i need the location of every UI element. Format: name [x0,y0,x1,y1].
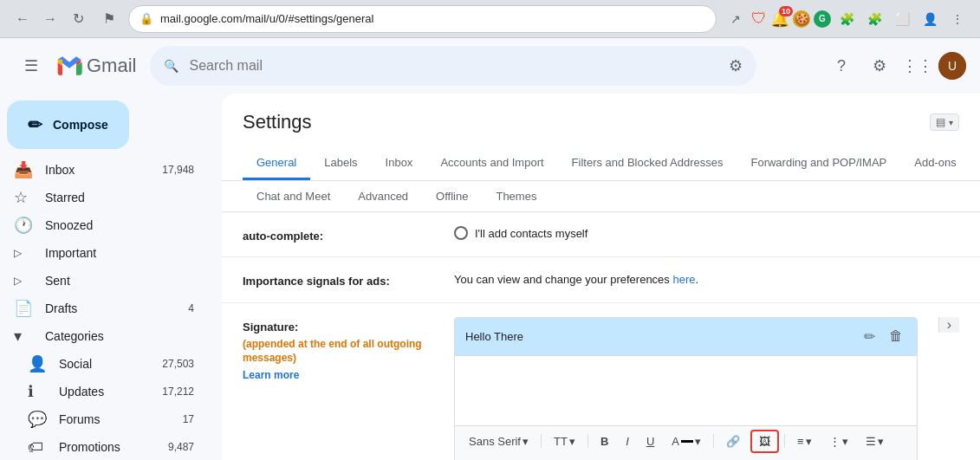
profiles-btn[interactable]: 👤 [918,7,942,31]
link-icon: 🔗 [726,435,740,448]
notification-count: 10 [779,6,793,16]
search-options-icon[interactable]: ⚙ [729,56,743,75]
radio-button[interactable] [454,226,468,240]
text-color-button[interactable]: A ▾ [665,431,708,451]
sidebar: ✏ Compose 📥 Inbox 17,948 ☆ Starred 🕐 Sno… [0,94,222,460]
avatar-initials: U [938,52,966,80]
sidebar-item-forums[interactable]: 💬 Forums 17 [0,405,208,433]
sidebar-item-starred[interactable]: ☆ Starred [0,184,208,211]
signature-item[interactable]: Hello There ✏ 🗑 [455,318,917,355]
settings-tabs: General Labels Inbox Accounts and Import… [243,147,959,180]
avatar[interactable]: U [938,52,966,80]
sidebar-item-inbox[interactable]: 📥 Inbox 17,948 [0,156,208,184]
sub-tab-chat-meet[interactable]: Chat and Meet [243,181,344,211]
brave-shield: 🛡 [751,10,767,28]
sidebar-item-label: Updates [59,385,162,398]
extensions-puzzle[interactable]: 🧩 [862,7,886,31]
align-icon: ≡ [797,435,804,448]
signature-content: Hello There ✏ 🗑 Sans [454,317,918,461]
font-family-dropdown[interactable]: Sans Serif ▾ [462,431,535,451]
tab-accounts[interactable]: Accounts and Import [426,147,557,180]
sidebar-item-label: Important [45,246,194,260]
sidebar-item-label: Inbox [45,163,162,177]
drafts-count: 4 [188,302,194,314]
ordered-list-button[interactable]: ⋮ ▾ [822,431,855,451]
promotions-count: 9,487 [168,441,194,453]
address-bar[interactable]: 🔒 mail.google.com/mail/u/0/#settings/gen… [128,5,717,33]
more-options-button[interactable]: ⋮ [462,457,487,461]
social-count: 27,503 [162,358,194,370]
settings-content: auto-complete: I'll add contacts myself … [222,212,980,460]
font-size-dropdown[interactable]: TT ▾ [547,431,582,451]
sub-tab-themes[interactable]: Themes [482,181,550,211]
tab-addons[interactable]: Add-ons [900,147,959,180]
reload-button[interactable]: ↻ [66,7,90,31]
updates-icon: ℹ [28,382,45,401]
sub-tab-offline[interactable]: Offline [422,181,482,211]
unordered-list-button[interactable]: ☰ ▾ [859,431,891,451]
share-button[interactable]: ↗ [724,7,748,31]
compose-button[interactable]: ✏ Compose [7,100,129,149]
sidebar-item-label: Forums [59,412,183,426]
autocomplete-option-text: I'll add contacts myself [475,227,587,240]
signature-edit-button[interactable]: ✏ [860,325,879,348]
help-button[interactable]: ? [824,49,859,83]
notifications-button[interactable]: 🔔 10 [770,10,789,29]
sidebar-item-categories[interactable]: ▾ Categories [0,322,208,350]
signature-item-name: Hello There [465,330,853,343]
drafts-icon: 📄 [14,299,31,318]
toolbar-sep-1 [541,434,542,448]
back-button[interactable]: ← [10,7,35,31]
categories-icon: ▾ [14,327,31,346]
sidebar-item-sent[interactable]: ▷ Sent [0,267,208,295]
bookmark-button[interactable]: ⚑ [97,7,121,31]
search-input[interactable] [189,58,718,74]
sidebar-item-updates[interactable]: ℹ Updates 17,212 [0,378,208,405]
signature-label: Signature: [243,321,433,334]
ordered-list-chevron: ▾ [842,435,848,448]
signature-learn-more-link[interactable]: Learn more [243,369,433,381]
sidebar-item-promotions[interactable]: 🏷 Promotions 9,487 [0,433,208,460]
sidebar-item-snoozed[interactable]: 🕐 Snoozed [0,211,208,239]
sidebar-item-drafts[interactable]: 📄 Drafts 4 [0,295,208,322]
italic-button[interactable]: I [619,431,636,451]
sidebar-item-social[interactable]: 👤 Social 27,503 [0,350,208,378]
url-text: mail.google.com/mail/u/0/#settings/gener… [160,12,373,25]
gmail-logo-text: Gmail [87,55,136,77]
tab-filters[interactable]: Filters and Blocked Addresses [558,147,737,180]
gmail-container: ☰ Gmail 🔍 ⚙ ? ⚙ ⋮⋮ U [0,38,980,460]
autocomplete-row: auto-complete: I'll add contacts myself [222,212,980,257]
signature-delete-button[interactable]: 🗑 [886,325,906,347]
bold-button[interactable]: B [594,431,615,451]
sidebar-item-important[interactable]: ▷ Important [0,239,208,267]
align-button[interactable]: ≡ ▾ [790,431,819,451]
signature-toolbar: Sans Serif ▾ TT ▾ B [455,425,917,461]
tab-forwarding[interactable]: Forwarding and POP/IMAP [737,147,900,180]
forward-button[interactable]: → [38,7,62,31]
sidebar-toggle[interactable]: ⬜ [890,7,914,31]
hamburger-menu[interactable]: ☰ [14,49,49,83]
settings-button[interactable]: ⚙ [862,49,897,83]
font-size-chevron: ▾ [569,435,575,448]
extension-btn[interactable]: 🧩 [834,7,859,31]
tab-general[interactable]: General [243,147,310,180]
importance-here-link[interactable]: here [672,273,695,286]
tab-labels[interactable]: Labels [310,147,371,180]
signature-body[interactable] [455,356,917,425]
underline-icon: U [646,435,654,448]
tab-inbox[interactable]: Inbox [372,147,427,180]
compose-icon: ✏ [28,114,42,135]
image-insert-button[interactable]: 🖼 [750,430,779,453]
unordered-list-icon: ☰ [866,435,876,448]
sidebar-collapse-toggle[interactable]: › [938,317,959,333]
signature-sublabel: (appended at the end of all outgoing mes… [243,337,433,366]
apps-button[interactable]: ⋮⋮ [900,49,935,83]
menu-btn[interactable]: ⋮ [945,7,970,31]
link-button[interactable]: 🔗 [719,431,747,451]
sub-tab-advanced[interactable]: Advanced [344,181,422,211]
gmail-logo: Gmail [55,52,136,80]
search-bar[interactable]: 🔍 ⚙ [150,46,756,86]
inbox-icon: 📥 [14,160,31,179]
underline-button[interactable]: U [639,431,661,451]
main-content: Settings ▤ ▾ General Labels Inbox Accoun… [222,94,980,460]
